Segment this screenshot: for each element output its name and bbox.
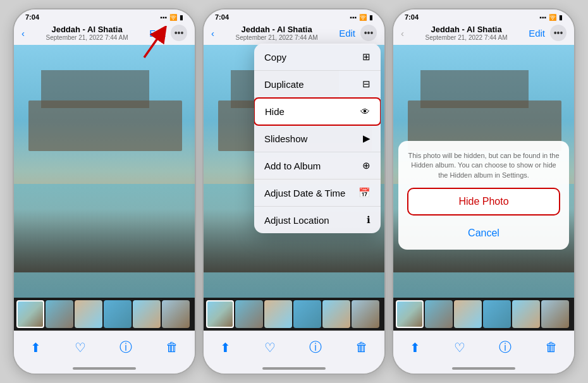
menu-copy-label: Copy xyxy=(264,52,286,63)
heart-icon-2[interactable]: ♡ xyxy=(264,340,276,355)
add-album-icon: ⊕ xyxy=(362,160,371,171)
thumbnail-2-6[interactable] xyxy=(352,300,379,328)
nav-subtitle-3: September 21, 2022 7:44 AM xyxy=(426,34,508,41)
home-bar-1 xyxy=(73,367,136,370)
menu-item-copy[interactable]: Copy ⊞ xyxy=(254,44,381,71)
cancel-button[interactable]: Cancel xyxy=(407,221,560,246)
battery-icon: ▮ xyxy=(180,14,183,21)
rocks-1 xyxy=(14,209,195,272)
menu-item-add-album[interactable]: Add to Album ⊕ xyxy=(254,152,381,179)
thumbnail-2-4[interactable] xyxy=(293,300,321,328)
more-icon-3: ••• xyxy=(554,28,563,38)
thumbnail-3-1[interactable] xyxy=(396,300,424,328)
share-icon-1[interactable]: ⬆ xyxy=(30,340,41,355)
info-icon-3[interactable]: ⓘ xyxy=(499,339,511,356)
dock-1 xyxy=(28,100,182,151)
signal-icon-2: ▪▪▪ xyxy=(350,14,357,21)
delete-icon-2[interactable]: 🗑 xyxy=(355,340,368,355)
menu-adjust-location-label: Adjust Location xyxy=(264,215,329,226)
share-icon-2[interactable]: ⬆ xyxy=(220,340,231,355)
info-circle-icon: ℹ xyxy=(367,214,371,226)
confirmation-box: This photo will be hidden, but can be fo… xyxy=(398,141,569,250)
menu-item-adjust-date[interactable]: Adjust Date & Time 📅 xyxy=(254,179,381,207)
status-icons-3: ▪▪▪ 🛜 ▮ xyxy=(539,14,563,21)
delete-icon-3[interactable]: 🗑 xyxy=(545,340,558,355)
copy-icon: ⊞ xyxy=(362,51,371,63)
edit-button-3[interactable]: Edit xyxy=(529,28,545,39)
confirmation-overlay: This photo will be hidden, but can be fo… xyxy=(393,136,574,255)
thumbnail-3-6[interactable] xyxy=(541,300,569,328)
menu-item-duplicate[interactable]: Duplicate ⊟ xyxy=(254,71,381,98)
wifi-icon-2: 🛜 xyxy=(359,14,367,21)
status-icons-1: ▪▪▪ 🛜 ▮ xyxy=(160,14,183,21)
svg-line-1 xyxy=(144,32,162,58)
thumbnail-strip-2 xyxy=(204,298,384,331)
back-button-1[interactable]: ‹ xyxy=(21,28,25,39)
more-icon-2: ••• xyxy=(364,28,374,38)
share-icon-3[interactable]: ⬆ xyxy=(410,340,420,355)
signal-icon-3: ▪▪▪ xyxy=(539,14,546,21)
thumbnail-2[interactable] xyxy=(46,300,73,328)
eye-icon: 👁 xyxy=(360,106,370,117)
thumbnail-2-5[interactable] xyxy=(322,300,350,328)
thumbnail-strip-1 xyxy=(14,298,195,331)
nav-center-2: Jeddah - Al Shatia September 21, 2022 7:… xyxy=(236,25,318,41)
thumbnail-5[interactable] xyxy=(133,300,161,328)
battery-icon-3: ▮ xyxy=(559,14,563,21)
bottom-toolbar-3: ⬆ ♡ ⓘ 🗑 xyxy=(393,331,574,363)
home-indicator-3 xyxy=(393,363,574,374)
nav-subtitle-2: September 21, 2022 7:44 AM xyxy=(236,34,318,41)
thumbnail-1[interactable] xyxy=(16,300,44,328)
menu-item-hide[interactable]: Hide 👁 xyxy=(254,97,381,126)
back-button-2[interactable]: ‹ xyxy=(211,28,214,39)
bottom-toolbar-1: ⬆ ♡ ⓘ 🗑 xyxy=(14,331,195,363)
more-button-2[interactable]: ••• xyxy=(360,25,377,41)
dropdown-menu: Copy ⊞ Duplicate ⊟ Hide 👁 Slideshow ▶ Ad… xyxy=(254,44,381,233)
wifi-icon-3: 🛜 xyxy=(549,14,556,21)
info-icon-2[interactable]: ⓘ xyxy=(309,339,322,356)
home-bar-2 xyxy=(262,367,326,370)
thumbnail-3[interactable] xyxy=(75,300,102,328)
nav-center-3: Jeddah - Al Shatia September 21, 2022 7:… xyxy=(426,25,508,41)
menu-duplicate-label: Duplicate xyxy=(264,79,304,90)
more-button-3[interactable]: ••• xyxy=(550,25,567,41)
thumbnail-2-2[interactable] xyxy=(235,300,263,328)
home-indicator-2 xyxy=(204,363,384,374)
menu-item-slideshow[interactable]: Slideshow ▶ xyxy=(254,125,381,152)
thumbnail-6[interactable] xyxy=(162,300,190,328)
info-icon-1[interactable]: ⓘ xyxy=(119,339,132,356)
thumbnail-2-1[interactable] xyxy=(206,300,234,328)
time-3: 7:04 xyxy=(405,13,419,21)
hide-photo-button[interactable]: Hide Photo xyxy=(407,188,560,216)
thumbnail-3-2[interactable] xyxy=(425,300,453,328)
signal-icon: ▪▪▪ xyxy=(160,14,167,21)
duplicate-icon: ⊟ xyxy=(362,78,371,90)
menu-add-album-label: Add to Album xyxy=(264,161,321,171)
wifi-icon: 🛜 xyxy=(169,14,177,21)
status-icons-2: ▪▪▪ 🛜 ▮ xyxy=(350,14,373,21)
time-1: 7:04 xyxy=(25,13,39,21)
heart-icon-3[interactable]: ♡ xyxy=(454,340,465,355)
status-bar-3: 7:04 ▪▪▪ 🛜 ▮ xyxy=(393,9,574,22)
nav-title-2: Jeddah - Al Shatia xyxy=(236,25,318,34)
heart-icon-1[interactable]: ♡ xyxy=(75,340,86,355)
home-bar-3 xyxy=(452,367,515,370)
thumbnail-2-3[interactable] xyxy=(264,300,292,328)
phone-3: 7:04 ▪▪▪ 🛜 ▮ ‹ Jeddah - Al Shatia Septem… xyxy=(392,8,575,375)
home-indicator-1 xyxy=(14,363,195,374)
status-bar-2: 7:04 ▪▪▪ 🛜 ▮ xyxy=(204,9,384,22)
edit-button-2[interactable]: Edit xyxy=(339,28,355,39)
delete-icon-1[interactable]: 🗑 xyxy=(166,340,178,355)
back-button-3[interactable]: ‹ xyxy=(401,28,404,39)
menu-slideshow-label: Slideshow xyxy=(264,133,307,144)
thumbnail-3-3[interactable] xyxy=(454,300,482,328)
menu-item-adjust-location[interactable]: Adjust Location ℹ xyxy=(254,207,381,233)
thumbnail-3-4[interactable] xyxy=(483,300,511,328)
photo-area-3: This photo will be hidden, but can be fo… xyxy=(393,45,574,298)
thumbnail-3-5[interactable] xyxy=(512,300,540,328)
calendar-icon: 📅 xyxy=(358,187,371,198)
play-icon: ▶ xyxy=(363,133,371,144)
thumbnail-4[interactable] xyxy=(104,300,132,328)
nav-center-1: Jeddah - Al Shatia September 21, 2022 7:… xyxy=(46,25,128,41)
nav-title-3: Jeddah - Al Shatia xyxy=(426,25,508,34)
